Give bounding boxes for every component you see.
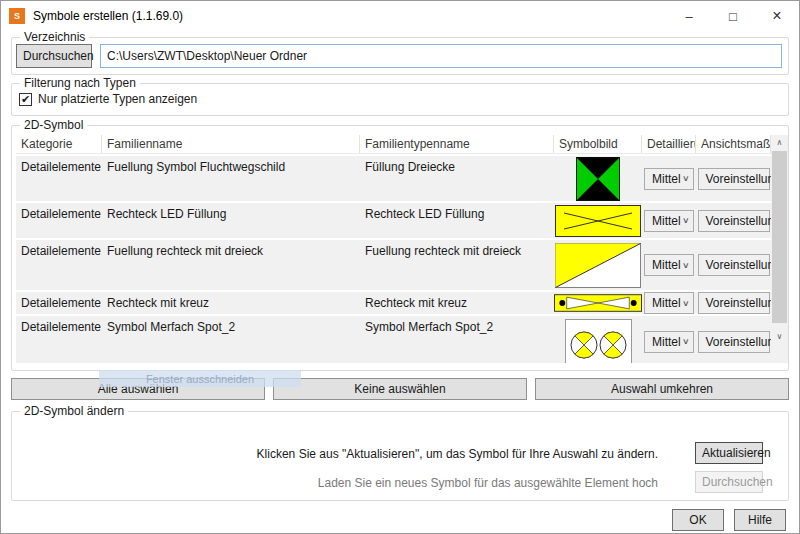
directory-browse-button[interactable]: Durchsuchen (16, 44, 92, 68)
cell-family-type-name: Symbol Merfach Spot_2 (360, 316, 554, 363)
upload-instruction-text: Laden Sie ein neues Symbol für das ausge… (318, 476, 658, 490)
view-scale-dropdown[interactable]: Voreinstellung∨ (698, 331, 770, 353)
cell-category: Detailelemente (16, 203, 102, 238)
change-symbol-group-label: 2D-Symbol ändern (20, 404, 128, 418)
scroll-up-icon[interactable]: ∧ (771, 135, 788, 150)
directory-group: Verzeichnis Durchsuchen (11, 37, 789, 75)
detail-level-dropdown-value: Mittel (652, 214, 681, 228)
cell-family-type-name: Rechteck LED Füllung (360, 203, 554, 238)
detail-level-dropdown-value: Mittel (652, 258, 681, 272)
view-scale-dropdown[interactable]: Voreinstellung∨ (698, 168, 770, 190)
chevron-down-icon: ∨ (682, 216, 690, 225)
double-crossed-circles-icon (565, 319, 632, 364)
minimize-button[interactable]: – (667, 1, 711, 31)
scrollbar-thumb[interactable] (772, 151, 787, 323)
placed-types-checkbox[interactable]: ✔ (19, 93, 32, 106)
view-scale-dropdown-cell: Voreinstellung∨ (696, 156, 771, 201)
cell-family-name: Symbol Merfach Spot_2 (102, 316, 360, 363)
cell-category: Detailelemente (16, 292, 102, 314)
table-header: KategorieFamiliennameFamilientypennameSy… (16, 135, 788, 154)
detail-level-dropdown[interactable]: Mittel∨ (644, 254, 694, 276)
view-scale-dropdown-value: Voreinstellung (706, 335, 772, 349)
view-scale-dropdown-cell: Voreinstellung∨ (696, 203, 771, 238)
detail-level-dropdown-cell: Mittel∨ (642, 240, 696, 290)
detail-level-dropdown-cell: Mittel∨ (642, 203, 696, 238)
table-row[interactable]: DetailelementeSymbol Merfach Spot_2Symbo… (16, 316, 788, 363)
change-symbol-group: 2D-Symbol ändern Klicken Sie aus "Aktual… (11, 411, 789, 501)
app-icon: S (9, 8, 25, 24)
detail-level-dropdown-value: Mittel (652, 172, 681, 186)
chevron-down-icon: ∨ (682, 299, 690, 308)
column-header-detail[interactable]: Detaillierungs (642, 135, 696, 153)
column-header-symbol[interactable]: Symbolbild (554, 135, 642, 153)
selection-buttons-row: Alle auswählenKeine auswählenAuswahl umk… (11, 378, 789, 400)
detail-level-dropdown[interactable]: Mittel∨ (644, 210, 694, 232)
cell-symbol-image (554, 240, 642, 290)
view-scale-dropdown[interactable]: Voreinstellung∨ (698, 254, 770, 276)
directory-path-input[interactable] (100, 44, 782, 68)
cell-family-type-name: Rechteck mit kreuz (360, 292, 554, 314)
cell-symbol-image (554, 156, 642, 201)
vertical-scrollbar[interactable]: ∧ ∨ (771, 135, 788, 344)
detail-level-dropdown[interactable]: Mittel∨ (644, 331, 694, 353)
invert-selection-button[interactable]: Auswahl umkehren (535, 378, 789, 400)
cell-family-name: Rechteck LED Füllung (102, 203, 360, 238)
type-filter-group: Filterung nach Typen ✔ Nur platzierte Ty… (11, 83, 789, 116)
chevron-down-icon: ∨ (682, 337, 690, 346)
chevron-down-icon: ∨ (682, 261, 690, 270)
chevron-down-icon: ∨ (682, 174, 690, 183)
table-row[interactable]: DetailelementeFuellung Symbol Fluchtwegs… (16, 156, 788, 201)
view-scale-dropdown-value: Voreinstellung (706, 172, 772, 186)
detail-level-dropdown-cell: Mittel∨ (642, 292, 696, 314)
cell-family-name: Fuellung Symbol Fluchtwegschild (102, 156, 360, 201)
placed-types-checkbox-label: Nur platzierte Typen anzeigen (38, 92, 197, 106)
cell-family-name: Fuellung rechteck mit dreieck (102, 240, 360, 290)
cell-category: Detailelemente (16, 156, 102, 201)
detail-level-dropdown-cell: Mittel∨ (642, 156, 696, 201)
column-header-typename[interactable]: Familientypenname (360, 135, 554, 153)
cell-category: Detailelemente (16, 316, 102, 363)
select-all-button[interactable]: Alle auswählen (11, 378, 265, 400)
column-header-category[interactable]: Kategorie (16, 135, 102, 153)
maximize-button[interactable]: □ (711, 1, 755, 31)
type-filter-group-label: Filterung nach Typen (20, 76, 140, 90)
table-row[interactable]: DetailelementeRechteck LED FüllungRechte… (16, 203, 788, 238)
help-button[interactable]: Hilfe (734, 509, 786, 531)
cell-family-name: Rechteck mit kreuz (102, 292, 360, 314)
symbol-table-group: 2D-Symbol KategorieFamiliennameFamilient… (11, 125, 789, 371)
view-scale-dropdown[interactable]: Voreinstellung∨ (698, 210, 770, 232)
detail-level-dropdown[interactable]: Mittel∨ (644, 292, 694, 314)
table-body: DetailelementeFuellung Symbol Fluchtwegs… (16, 154, 788, 363)
cell-family-type-name: Füllung Dreiecke (360, 156, 554, 201)
scroll-down-icon[interactable]: ∨ (771, 329, 788, 344)
close-button[interactable]: × (755, 1, 799, 31)
upload-browse-button: Durchsuchen (695, 471, 763, 493)
window-controls: – □ × (667, 1, 799, 31)
column-header-scale[interactable]: Ansichtsmaßstab (696, 135, 771, 153)
symbol-table-group-label: 2D-Symbol (20, 118, 87, 132)
ok-button[interactable]: OK (672, 509, 724, 531)
yellow-rect-cross-icon (555, 205, 641, 237)
cell-symbol-image (554, 316, 642, 363)
update-button[interactable]: Aktualisieren (695, 442, 763, 464)
view-scale-dropdown-cell: Voreinstellung∨ (696, 316, 771, 363)
directory-group-label: Verzeichnis (20, 30, 89, 44)
yellow-bar-bowtie-dots-icon (554, 294, 642, 312)
title-bar[interactable]: S Symbole erstellen (1.1.69.0) – □ × (1, 1, 799, 31)
detail-level-dropdown-cell: Mittel∨ (642, 316, 696, 363)
view-scale-dropdown-cell: Voreinstellung∨ (696, 292, 771, 314)
view-scale-dropdown[interactable]: Voreinstellung∨ (698, 292, 770, 314)
view-scale-dropdown-value: Voreinstellung (706, 258, 772, 272)
dialog-symbole-erstellen: S Symbole erstellen (1.1.69.0) – □ × Ver… (0, 0, 800, 534)
view-scale-dropdown-value: Voreinstellung (706, 214, 772, 228)
view-scale-dropdown-cell: Voreinstellung∨ (696, 240, 771, 290)
table-row[interactable]: DetailelementeFuellung rechteck mit drei… (16, 240, 788, 290)
table-row[interactable]: DetailelementeRechteck mit kreuzRechteck… (16, 292, 788, 314)
select-none-button[interactable]: Keine auswählen (273, 378, 527, 400)
detail-level-dropdown[interactable]: Mittel∨ (644, 168, 694, 190)
yellow-diagonal-split-icon (555, 243, 641, 288)
detail-level-dropdown-value: Mittel (652, 335, 681, 349)
detail-level-dropdown-value: Mittel (652, 296, 681, 310)
cell-symbol-image (554, 292, 642, 314)
column-header-family[interactable]: Familienname (102, 135, 360, 153)
